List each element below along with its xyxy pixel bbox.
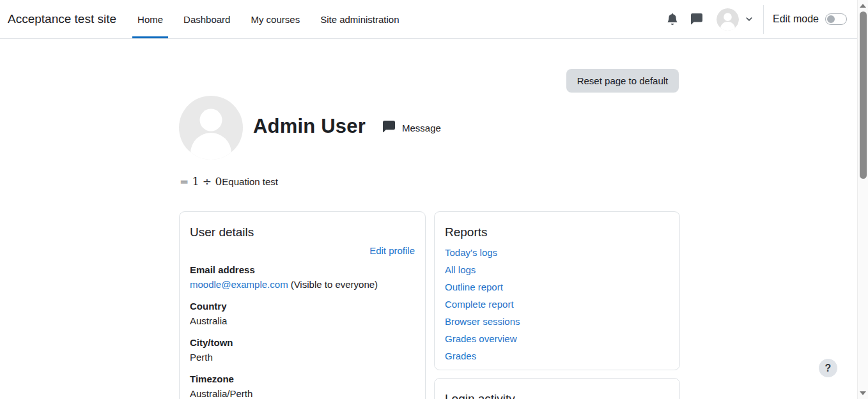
vertical-scrollbar[interactable] [857,0,868,399]
message-link-label: Message [402,123,441,133]
navbar-right-controls: Edit mode [660,5,847,34]
login-activity-card: Login activity [434,378,680,399]
scrollbar-thumb[interactable] [860,11,867,179]
top-navbar: Acceptance test site Home Dashboard My c… [0,0,857,39]
page-title-user-name: Admin User [253,115,366,138]
scroll-down-arrow[interactable] [860,391,866,395]
primary-navigation: Home Dashboard My courses Site administr… [127,0,410,38]
reports-title: Reports [445,225,669,239]
toggle-knob [827,15,835,23]
email-link[interactable]: moodle@example.com [190,279,288,290]
report-link-outline-report[interactable]: Outline report [445,278,669,296]
nav-item-home[interactable]: Home [127,0,173,38]
field-city-label: City/town [190,337,415,348]
field-city: City/town Perth [190,337,415,363]
field-email: Email address moodle@example.com(Visible… [190,264,415,290]
user-menu[interactable] [717,8,753,31]
field-timezone-value: Australia/Perth [190,388,415,399]
edit-mode-label: Edit mode [773,13,819,25]
edit-profile-link[interactable]: Edit profile [369,245,415,256]
navbar-divider [763,5,764,34]
report-link-all-logs[interactable]: All logs [445,261,669,278]
field-country-label: Country [190,301,415,312]
scroll-up-arrow[interactable] [860,4,866,8]
field-country-value: Australia [190,315,415,326]
nav-item-dashboard[interactable]: Dashboard [173,0,240,38]
field-city-value: Perth [190,352,415,363]
site-title[interactable]: Acceptance test site [8,12,116,26]
edit-mode-toggle[interactable] [825,13,847,25]
report-link-grades[interactable]: Grades [445,347,669,365]
user-details-title: User details [190,225,415,239]
report-link-complete-report[interactable]: Complete report [445,296,669,313]
help-button[interactable]: ? [819,359,837,377]
edit-mode-control: Edit mode [773,13,847,25]
user-avatar [717,8,739,31]
equation-label: Equation test [222,176,278,187]
message-user-link[interactable]: Message [383,121,441,135]
email-visibility-note: (Visible to everyone) [291,279,378,290]
chevron-down-icon [745,15,753,23]
messages-icon[interactable] [689,13,704,25]
reset-page-button[interactable]: Reset page to default [566,69,679,93]
report-link-browser-sessions[interactable]: Browser sessions [445,313,669,330]
user-details-card: User details Edit profile Email address … [179,211,426,399]
field-email-label: Email address [190,264,415,275]
nav-item-site-administration[interactable]: Site administration [310,0,409,38]
notification-bell-icon[interactable] [665,13,680,25]
field-timezone: Timezone Australia/Perth [190,373,415,399]
report-link-todays-logs[interactable]: Today's logs [445,244,669,261]
profile-avatar [179,96,243,160]
equation-line: = 1 ÷ 0Equation test [180,175,278,188]
login-activity-title: Login activity [445,392,669,399]
report-link-grades-overview[interactable]: Grades overview [445,330,669,347]
message-bubble-icon [383,121,395,135]
reports-card: Reports Today's logs All logs Outline re… [434,211,680,370]
field-timezone-label: Timezone [190,373,415,384]
field-country: Country Australia [190,301,415,326]
equation-math: = 1 ÷ 0 [180,175,222,188]
nav-item-my-courses[interactable]: My courses [240,0,310,38]
